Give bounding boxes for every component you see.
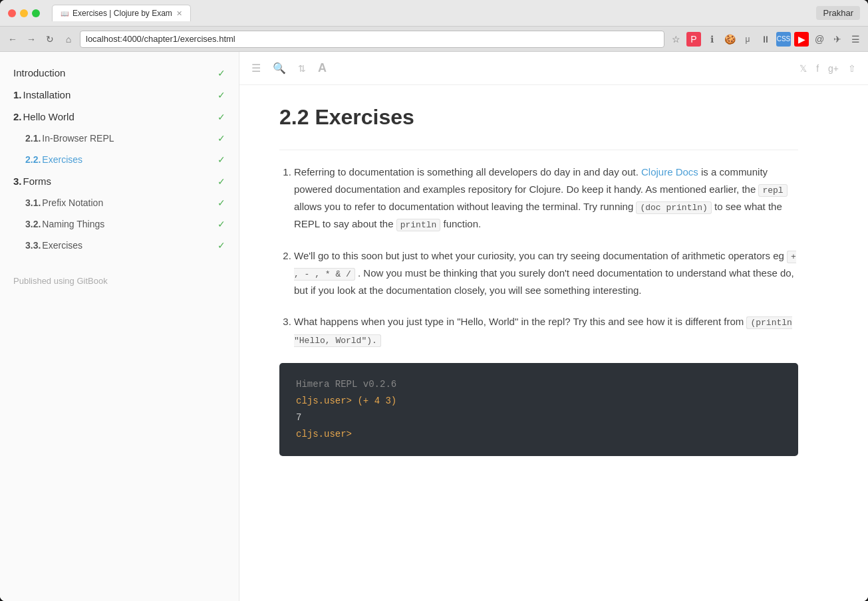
- list-item-text-1: We'll go to this soon but just to whet y…: [294, 250, 787, 261]
- address-bar: ← → ↻ ⌂ localhost:4000/chapter1/exercise…: [0, 27, 868, 52]
- sidebar-item-exercises[interactable]: 2.2. Exercises ✓: [0, 149, 239, 170]
- check-icon: ✓: [217, 176, 225, 187]
- check-icon: ✓: [217, 240, 225, 251]
- info-icon[interactable]: ℹ: [704, 32, 719, 47]
- sidebar-item-forms[interactable]: 3. Forms ✓: [0, 170, 239, 192]
- list-item: Referring to documentation is something …: [294, 164, 798, 233]
- css-icon[interactable]: CSS: [776, 32, 791, 47]
- back-button[interactable]: ←: [5, 32, 20, 47]
- tools-icon[interactable]: ✈: [830, 32, 845, 47]
- code-line-2: cljs.user> (+ 4 3): [296, 393, 782, 410]
- sidebar-item-label: In-Browser REPL: [42, 133, 114, 144]
- exercise-list: Referring to documentation is something …: [279, 164, 798, 348]
- sidebar-item-num: 2.: [13, 111, 22, 122]
- sidebar-item-naming-things[interactable]: 3.2. Naming Things ✓: [0, 213, 239, 235]
- twitter-icon[interactable]: 𝕏: [799, 63, 807, 74]
- content-body: 2.2 Exercises Referring to documentation…: [239, 85, 838, 496]
- search-icon[interactable]: 🔍: [273, 62, 286, 74]
- sidebar-item-label: Forms: [23, 176, 52, 187]
- sidebar-item-label: Hello World: [23, 111, 74, 122]
- sidebar-item-hello-world[interactable]: 2. Hello World ✓: [0, 106, 239, 128]
- content-toolbar-left: ☰ 🔍 ⇅ A: [251, 61, 327, 75]
- sidebar-item-label: Exercises: [42, 154, 82, 165]
- sidebar-item-num: 3.: [13, 176, 22, 187]
- list-item-text-1: Referring to documentation is something …: [294, 166, 641, 178]
- traffic-lights: [8, 9, 40, 17]
- tab-bar: 📖 Exercises | Clojure by Exam ✕: [52, 5, 811, 21]
- title-bar: 📖 Exercises | Clojure by Exam ✕ Prakhar: [0, 0, 868, 27]
- maximize-button[interactable]: [32, 9, 40, 17]
- title-divider: [279, 150, 798, 150]
- sidebar-item-num: 3.3.: [25, 240, 41, 251]
- cookie-icon[interactable]: 🍪: [722, 32, 737, 47]
- sidebar-item-installation[interactable]: 1. Installation ✓: [0, 84, 239, 106]
- check-icon: ✓: [217, 154, 225, 165]
- sidebar-footer: Published using GitBook: [0, 263, 239, 299]
- share-icon[interactable]: ⇧: [848, 63, 856, 74]
- sidebar-item-label: Introduction: [13, 67, 65, 78]
- content-toolbar: ☰ 🔍 ⇅ A 𝕏 f g+ ⇧: [239, 52, 868, 85]
- sidebar-item-num: 3.2.: [25, 219, 41, 229]
- list-item-text-3: allows you to refer to documentation wit…: [294, 201, 636, 212]
- code-line-1: Himera REPL v0.2.6: [296, 376, 782, 393]
- code-block: Himera REPL v0.2.6 cljs.user> (+ 4 3) 7 …: [279, 363, 798, 457]
- sidebar-item-label: Installation: [23, 89, 71, 100]
- pause-icon[interactable]: ⏸: [758, 32, 773, 47]
- check-icon: ✓: [217, 219, 225, 229]
- content-toolbar-right: 𝕏 f g+ ⇧: [799, 63, 856, 74]
- sidebar-item-num: 1.: [13, 89, 22, 100]
- sidebar-item-label: Exercises: [42, 240, 82, 251]
- sidebar-item-prefix-notation[interactable]: 3.1. Prefix Notation ✓: [0, 192, 239, 213]
- sidebar-item-exercises-3[interactable]: 3.3. Exercises ✓: [0, 235, 239, 256]
- minimize-button[interactable]: [20, 9, 28, 17]
- doc-println-code: (doc println): [636, 201, 711, 214]
- list-item-text-2: . Now you must be thinking that you sure…: [294, 267, 794, 296]
- check-icon: ✓: [217, 112, 225, 122]
- menu-lines-icon[interactable]: ☰: [251, 62, 261, 74]
- browser-window: 📖 Exercises | Clojure by Exam ✕ Prakhar …: [0, 0, 868, 601]
- clojure-docs-link[interactable]: Clojure Docs: [641, 166, 698, 178]
- list-item: We'll go to this soon but just to whet y…: [294, 247, 798, 299]
- user-label: Prakhar: [816, 6, 860, 20]
- youtube-icon[interactable]: ▶: [794, 32, 809, 47]
- check-icon: ✓: [217, 197, 225, 208]
- check-icon: ✓: [217, 90, 225, 100]
- list-item: What happens when you just type in "Hell…: [294, 313, 798, 348]
- forward-button[interactable]: →: [24, 32, 39, 47]
- url-input[interactable]: localhost:4000/chapter1/exercises.html: [80, 31, 664, 48]
- tab-favicon: 📖: [61, 10, 69, 17]
- code-prompt-2: cljs.user>: [296, 429, 352, 439]
- googleplus-icon[interactable]: g+: [828, 63, 839, 74]
- check-icon: ✓: [217, 133, 225, 144]
- sidebar: Introduction ✓ 1. Installation ✓ 2. Hell…: [0, 52, 239, 601]
- sidebar-item-label: Prefix Notation: [42, 197, 103, 208]
- menu-icon[interactable]: ☰: [848, 32, 863, 47]
- sidebar-item-introduction[interactable]: Introduction ✓: [0, 62, 239, 84]
- content-area: ☰ 🔍 ⇅ A 𝕏 f g+ ⇧ 2.2 Exercises: [239, 52, 868, 601]
- repl-code: repl: [758, 184, 787, 197]
- code-line-3: 7: [296, 410, 782, 426]
- star-icon[interactable]: ☆: [668, 32, 683, 47]
- font-icon[interactable]: A: [318, 61, 327, 75]
- at-icon[interactable]: @: [812, 32, 827, 47]
- list-item-text-5: function.: [444, 218, 482, 229]
- active-tab[interactable]: 📖 Exercises | Clojure by Exam ✕: [52, 5, 191, 21]
- facebook-icon[interactable]: f: [816, 63, 819, 74]
- close-button[interactable]: [8, 9, 16, 17]
- code-expr: (+ 4 3): [357, 396, 396, 406]
- page-title: 2.2 Exercises: [279, 105, 798, 130]
- sort-icon[interactable]: ⇅: [298, 63, 306, 74]
- mu-icon[interactable]: μ: [740, 32, 755, 47]
- pocket-icon[interactable]: P: [686, 32, 701, 47]
- home-button[interactable]: ⌂: [61, 32, 76, 47]
- sidebar-item-label: Naming Things: [42, 219, 104, 229]
- app-body: Introduction ✓ 1. Installation ✓ 2. Hell…: [0, 52, 868, 601]
- sidebar-item-in-browser-repl[interactable]: 2.1. In-Browser REPL ✓: [0, 128, 239, 149]
- browser-toolbar-icons: ☆ P ℹ 🍪 μ ⏸ CSS ▶ @ ✈ ☰: [668, 32, 863, 47]
- check-icon: ✓: [217, 68, 225, 78]
- tab-close-button[interactable]: ✕: [176, 9, 182, 18]
- url-text: localhost:4000/chapter1/exercises.html: [86, 34, 235, 44]
- code-prompt-1: cljs.user>: [296, 396, 357, 406]
- code-line-4: cljs.user>: [296, 426, 782, 443]
- reload-button[interactable]: ↻: [43, 32, 57, 47]
